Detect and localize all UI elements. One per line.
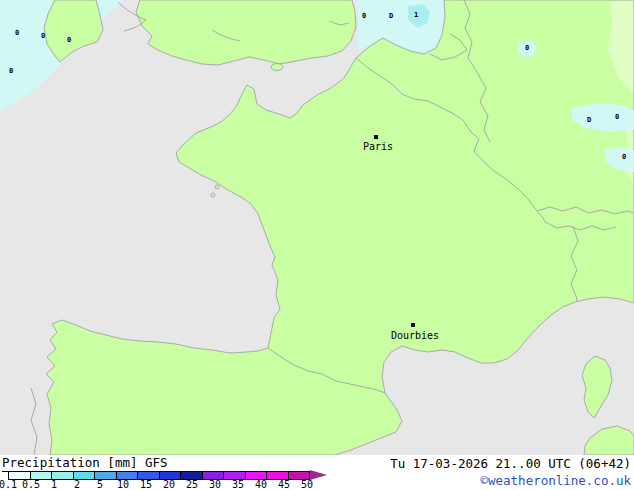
map-area: ParisDourbies 00000D10D00 bbox=[0, 0, 634, 455]
scale-label-25: 25 bbox=[186, 480, 198, 490]
station-symbol: 0 bbox=[525, 45, 529, 52]
scale-segment-5 bbox=[95, 472, 117, 479]
scale-segment-30 bbox=[203, 472, 225, 479]
forecast-datetime: Tu 17-03-2026 21..00 UTC (06+42) bbox=[390, 457, 631, 470]
station-symbol: 0 bbox=[622, 154, 626, 161]
scale-segment-10 bbox=[117, 472, 139, 479]
station-symbol: D bbox=[389, 13, 393, 20]
paris-dot bbox=[374, 135, 378, 139]
scale-label-30: 30 bbox=[209, 480, 221, 490]
scale-label-0.5: 0.5 bbox=[22, 480, 40, 490]
channel-island bbox=[215, 185, 219, 189]
scale-segment-20 bbox=[160, 472, 182, 479]
station-symbol: 0 bbox=[362, 13, 366, 20]
station-symbol: D bbox=[587, 117, 591, 124]
scale-label-50: 50 bbox=[301, 480, 313, 490]
scale-segment-2 bbox=[74, 472, 96, 479]
scale-label-1: 1 bbox=[51, 480, 57, 490]
paris-label: Paris bbox=[363, 142, 393, 152]
legend-model-label: GFS bbox=[145, 455, 168, 470]
scale-labels: 0.10.5125101520253035404550 bbox=[0, 480, 330, 490]
southern-england bbox=[136, 0, 356, 65]
station-symbol: 0 bbox=[615, 114, 619, 121]
station-symbol: 0 bbox=[67, 37, 71, 44]
scale-label-40: 40 bbox=[255, 480, 267, 490]
copyright-link[interactable]: ©weatheronline.co.uk bbox=[480, 474, 631, 487]
scale-label-5: 5 bbox=[97, 480, 103, 490]
station-symbol: 0 bbox=[15, 30, 19, 37]
scale-segment-35 bbox=[224, 472, 246, 479]
scale-segment-0.1 bbox=[9, 472, 31, 479]
scale-label-20: 20 bbox=[163, 480, 175, 490]
legend-title: Precipitation [mm] GFS bbox=[2, 456, 168, 469]
scale-segment-50 bbox=[289, 472, 310, 479]
map-svg bbox=[0, 0, 634, 455]
scale-segment-40 bbox=[246, 472, 268, 479]
station-symbol: 0 bbox=[41, 33, 45, 40]
dourbies-label: Dourbies bbox=[391, 331, 439, 341]
legend-variable-label: Precipitation [mm] bbox=[2, 455, 137, 472]
scale-label-10: 10 bbox=[117, 480, 129, 490]
weather-map-screenshot: ParisDourbies 00000D10D00 Precipitation … bbox=[0, 0, 634, 490]
isle-of-wight bbox=[271, 64, 283, 71]
station-symbol: 0 bbox=[9, 68, 13, 75]
scale-segment-0.5 bbox=[31, 472, 53, 479]
scale-label-15: 15 bbox=[140, 480, 152, 490]
scale-label-35: 35 bbox=[232, 480, 244, 490]
scale-segment-15 bbox=[138, 472, 160, 479]
scale-segment-45 bbox=[267, 472, 289, 479]
scale-label-45: 45 bbox=[278, 480, 290, 490]
scale-segment-25 bbox=[181, 472, 203, 479]
scale-label-2: 2 bbox=[74, 480, 80, 490]
scale-label-0.1: 0.1 bbox=[0, 480, 17, 490]
scale-segment-1 bbox=[52, 472, 74, 479]
station-symbol: 1 bbox=[414, 12, 418, 19]
channel-island2 bbox=[211, 193, 215, 197]
dourbies-dot bbox=[411, 323, 415, 327]
legend-strip: Precipitation [mm] GFS 0.10.512510152025… bbox=[0, 455, 634, 490]
